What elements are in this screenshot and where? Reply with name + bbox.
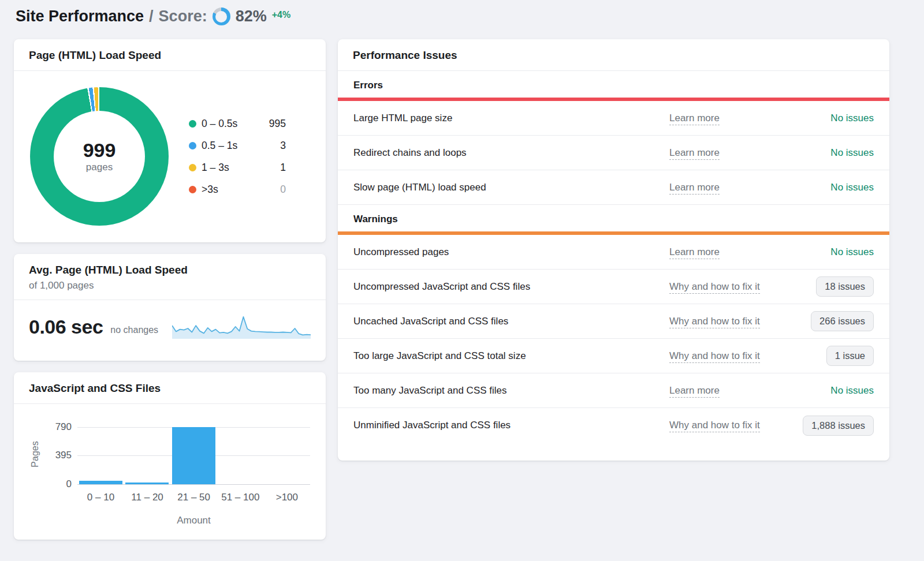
issue-help-link[interactable]: Why and how to fix it — [669, 350, 760, 363]
legend-value: 0 — [262, 184, 286, 196]
issue-row: Uncompressed JavaScript and CSS files Wh… — [338, 270, 889, 304]
legend-label: >3s — [202, 184, 262, 196]
card-avg-load-speed: Avg. Page (HTML) Load Speed of 1,000 pag… — [14, 254, 326, 361]
score-donut-icon — [213, 8, 230, 25]
issue-help-link[interactable]: Learn more — [669, 147, 720, 160]
issue-status: 18 issues — [816, 276, 874, 297]
issue-help: Learn more — [669, 246, 830, 258]
issue-help-link[interactable]: Learn more — [669, 182, 720, 195]
card-title: Avg. Page (HTML) Load Speed — [14, 254, 326, 276]
issue-help: Learn more — [669, 113, 830, 124]
issue-status: No issues — [830, 113, 874, 124]
legend-value: 995 — [262, 118, 286, 130]
avg-load-speed-value: 0.06 sec — [29, 316, 103, 338]
y-axis-title: Pages — [30, 441, 40, 467]
issue-row: Large HTML page size Learn more No issue… — [338, 101, 889, 136]
issue-status: No issues — [830, 182, 874, 193]
legend-label: 0 – 0.5s — [202, 118, 262, 130]
legend-label: 0.5 – 1s — [202, 140, 262, 152]
no-issues-status: No issues — [830, 182, 874, 193]
no-issues-status: No issues — [830, 147, 874, 158]
issue-rows: Uncompressed pages Learn more No issues … — [338, 235, 889, 443]
x-tick-label: 21 – 50 — [170, 492, 217, 503]
breadcrumb-separator: / — [149, 8, 154, 25]
legend-item: 0.5 – 1s 3 — [189, 134, 286, 156]
card-page-load-speed: Page (HTML) Load Speed 999 pages 0 – 0.5… — [14, 39, 326, 242]
x-axis-title: Amount — [77, 515, 310, 526]
issue-help-link[interactable]: Learn more — [669, 385, 720, 398]
issue-status: 1,888 issues — [803, 416, 874, 436]
issue-help-link[interactable]: Why and how to fix it — [669, 420, 760, 432]
card-title: Page (HTML) Load Speed — [14, 39, 326, 71]
legend-value: 3 — [262, 140, 286, 152]
card-title: Performance Issues — [338, 39, 889, 71]
issue-help-link[interactable]: Learn more — [669, 246, 720, 259]
y-tick-label: 0 — [33, 478, 72, 490]
bar-chart-plot-area: 790 395 0 0 – 10 11 – 20 21 – 50 51 – 10… — [14, 404, 326, 539]
issue-count-button[interactable]: 1,888 issues — [803, 416, 874, 436]
issue-help-link[interactable]: Learn more — [669, 113, 720, 125]
x-tick-label: >100 — [263, 492, 310, 503]
card-performance-issues: Performance Issues Errors Large HTML pag… — [338, 39, 889, 461]
donut-center-value: 999 — [83, 140, 116, 161]
donut-legend: 0 – 0.5s 995 0.5 – 1s 3 1 – 3s 1 >3s 0 — [189, 113, 286, 200]
issue-help-link[interactable]: Why and how to fix it — [669, 316, 760, 328]
legend-item: 1 – 3s 1 — [189, 156, 286, 178]
card-title: JavaScript and CSS Files — [14, 372, 326, 404]
issue-status: 266 issues — [811, 311, 874, 331]
y-tick-label: 790 — [33, 421, 72, 433]
page-header: Site Performance / Score: 82% +4% — [16, 8, 290, 25]
no-issues-status: No issues — [830, 113, 874, 124]
issue-label: Too many JavaScript and CSS files — [353, 385, 669, 397]
score-donut-hole — [215, 11, 227, 23]
legend-color-dot — [189, 142, 196, 149]
issue-help: Learn more — [669, 385, 830, 397]
issue-label: Uncompressed pages — [353, 246, 669, 258]
card-js-css-files: JavaScript and CSS Files 790 395 0 0 – 1… — [14, 372, 326, 540]
change-label: no changes — [110, 325, 158, 335]
bar-0 – 10 — [79, 481, 122, 484]
issue-sections: Errors Large HTML page size Learn more N… — [338, 71, 889, 443]
issue-count-button[interactable]: 266 issues — [811, 311, 874, 331]
issue-row: Too large JavaScript and CSS total size … — [338, 339, 889, 373]
issue-rows: Large HTML page size Learn more No issue… — [338, 101, 889, 205]
legend-value: 1 — [262, 162, 286, 174]
x-axis-line — [77, 484, 310, 485]
load-speed-sparkline-chart — [172, 313, 311, 340]
issue-help: Why and how to fix it — [669, 420, 803, 431]
issue-row: Unminified JavaScript and CSS files Why … — [338, 408, 889, 443]
x-tick-label: 51 – 100 — [217, 492, 264, 503]
card-subtitle: of 1,000 pages — [14, 276, 326, 300]
x-tick-label: 11 – 20 — [124, 492, 171, 503]
score-value: 82% — [236, 8, 267, 25]
issue-row: Uncompressed pages Learn more No issues — [338, 235, 889, 270]
legend-color-dot — [189, 120, 196, 128]
bar-21 – 50 — [172, 427, 215, 484]
issue-help: Learn more — [669, 147, 830, 159]
bar-11 – 20 — [125, 483, 169, 484]
issue-label: Large HTML page size — [353, 113, 669, 124]
issue-status: No issues — [830, 246, 874, 258]
section-heading: Errors — [338, 71, 889, 98]
issue-row: Slow page (HTML) load speed Learn more N… — [338, 170, 889, 205]
issue-help-link[interactable]: Why and how to fix it — [669, 281, 760, 294]
site-performance-page: Site Performance / Score: 82% +4% Page (… — [0, 0, 924, 561]
x-tick-label: 0 – 10 — [77, 492, 124, 503]
files-bar-chart: 790 395 0 0 – 10 11 – 20 21 – 50 51 – 10… — [14, 404, 326, 539]
score-delta-badge: +4% — [272, 10, 290, 20]
issue-count-button[interactable]: 1 issue — [826, 346, 874, 366]
avg-load-speed-body: 0.06 sec no changes — [14, 300, 326, 353]
issue-help: Why and how to fix it — [669, 281, 816, 293]
no-issues-status: No issues — [830, 385, 874, 396]
issue-help: Learn more — [669, 182, 830, 193]
issue-status: 1 issue — [826, 346, 874, 366]
legend-label: 1 – 3s — [202, 162, 262, 174]
donut-center: 999 pages — [54, 111, 145, 202]
donut-center-label: pages — [86, 162, 113, 173]
legend-color-dot — [189, 186, 196, 193]
load-speed-donut-chart: 999 pages — [30, 87, 169, 226]
issue-status: No issues — [830, 147, 874, 159]
issue-count-button[interactable]: 18 issues — [816, 276, 874, 297]
section-heading: Warnings — [338, 205, 889, 231]
issue-label: Too large JavaScript and CSS total size — [353, 350, 669, 362]
